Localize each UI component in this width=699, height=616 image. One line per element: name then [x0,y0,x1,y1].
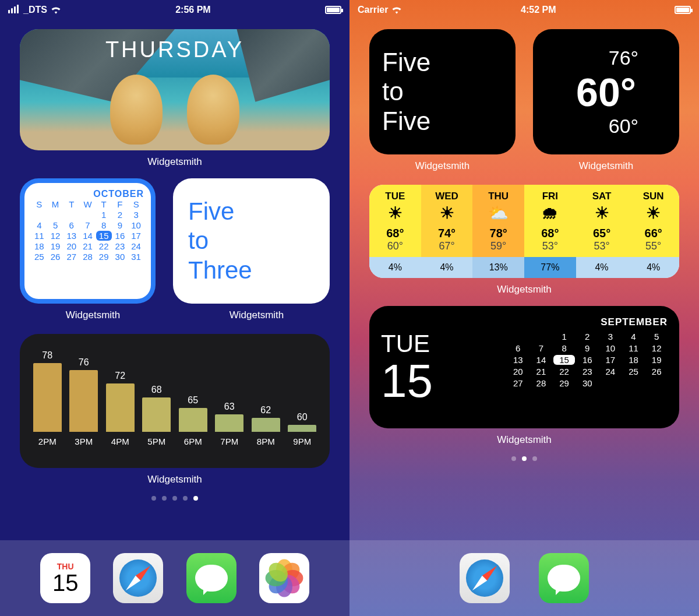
safari-app-icon[interactable] [113,553,163,603]
forecast-day: THU⛅78°59° [472,185,524,257]
clock: 4:52 PM [521,5,556,15]
messages-app-icon[interactable] [186,553,236,603]
widget-label: Widgetsmith [369,160,516,172]
calendar-day: 12 [48,231,63,241]
wifi-icon [51,6,61,14]
chart-x-label: 6PM [175,437,211,446]
calendar-day: 8 [96,220,112,230]
photos-app-icon[interactable] [259,553,309,603]
calendar-day: 26 [48,252,63,262]
calendar-dow: S [31,199,47,209]
calendar-dow: W [80,199,96,209]
photo-day-widget[interactable]: THURSDAY [20,29,330,150]
forecast-day: WED☀74°67° [421,185,473,257]
chart-bar: 62 [248,405,284,432]
calendar-dow: S [128,199,144,209]
calendar-day: 17 [128,231,144,241]
fuzzy-time-widget[interactable]: Five to Three [173,178,330,304]
page-dot[interactable] [151,496,156,501]
calendar-day: 6 [63,220,79,230]
photo-day-label: THURSDAY [20,37,330,62]
widget-label: Widgetsmith [533,160,679,172]
calendar-day: 10 [599,343,622,353]
calendar-day: 16 [576,355,598,365]
chart-bar: 76 [66,357,103,432]
chart-bar: 60 [284,412,321,432]
calendar-day: 11 [623,343,645,353]
page-dot[interactable] [183,496,188,501]
calendar-day: 21 [80,241,96,251]
chart-bar: 68 [139,385,175,432]
daycal-dow: TUE [381,330,507,358]
day-calendar-widget[interactable]: TUE 15 SEPTEMBER 00123456789101112131415… [369,306,679,428]
calendar-day: 22 [96,241,112,251]
calendar-day: 3 [128,210,144,220]
hourly-temp-chart-widget[interactable]: 7876726865636260 2PM3PM4PM5PM6PM7PM8PM9P… [20,334,330,468]
fuzzy-line3: Three [188,256,315,285]
calendar-day: 7 [80,220,96,230]
page-dots[interactable] [20,496,330,501]
safari-app-icon[interactable] [460,553,510,603]
page-dot[interactable] [193,496,198,501]
forecast-precip: 4% [576,257,628,278]
daycal-day: 15 [381,358,507,404]
calendar-day: 10 [128,220,144,230]
widget-label: Widgetsmith [369,284,679,295]
calendar-day: 13 [507,355,529,365]
calendar-day: 26 [645,367,668,376]
calendar-widget[interactable]: OCTOBER SMTWTFS0000123456789101112131415… [20,178,156,304]
calendar-day: 28 [80,252,96,262]
forecast-day: SUN☀66°55° [627,185,679,257]
page-dots[interactable] [369,456,679,461]
fuzzy-line1: Five [382,48,503,78]
chart-bar: 63 [211,402,248,432]
calendar-month: OCTOBER [31,189,144,199]
chart-x-label: 3PM [66,437,103,446]
calendar-day: 1 [96,210,112,220]
forecast-day: SAT☀65°53° [576,185,628,257]
page-dot[interactable] [172,496,177,501]
calendar-day: 2 [576,332,598,342]
fuzzy-line2: to [188,226,315,255]
calendar-day: 16 [112,231,128,241]
calendar-day: 3 [599,332,622,342]
temp-current: 60° [576,69,636,115]
calendar-day: 9 [112,220,128,230]
daycal-month: SEPTEMBER [507,316,668,328]
calendar-day: 30 [576,378,598,388]
chart-x-label: 8PM [248,437,284,446]
calendar-day: 20 [63,241,79,251]
chart-x-label: 4PM [102,437,139,446]
widget-label: Widgetsmith [20,156,330,168]
calendar-day: 9 [576,343,598,353]
clock: 2:56 PM [175,5,210,15]
page-dot[interactable] [511,456,516,461]
chart-x-label: 2PM [29,437,66,446]
calendar-day: 8 [553,343,576,353]
page-dot[interactable] [522,456,527,461]
calendar-app-icon[interactable]: THU 15 [40,553,90,603]
calendar-dow: T [96,199,112,209]
fuzzy-line3: Five [382,107,503,136]
forecast-widget[interactable]: TUE☀68°60°WED☀74°67°THU⛅78°59°FRI🌧68°53°… [369,185,679,278]
forecast-precip: 77% [524,257,576,278]
page-dot[interactable] [162,496,167,501]
calendar-day: 5 [645,332,668,342]
calendar-day: 31 [128,252,144,262]
temp-high: 76° [609,47,638,69]
calendar-day: 30 [112,252,128,262]
chart-bar: 72 [102,371,139,432]
status-bar-right: Carrier 4:52 PM [350,0,699,20]
chart-x-label: 7PM [211,437,248,446]
battery-icon [675,6,691,14]
page-dot[interactable] [532,456,537,461]
temperature-widget[interactable]: 76° 60° 60° [533,29,679,154]
calendar-day: 15 [96,231,112,241]
calendar-dow: T [63,199,79,209]
calendar-day: 6 [507,343,529,353]
messages-app-icon[interactable] [539,553,589,603]
forecast-precip: 4% [421,257,473,278]
carrier-label: Carrier [358,5,388,15]
calendar-dow: M [48,199,63,209]
fuzzy-time-widget[interactable]: Five to Five [369,29,516,154]
